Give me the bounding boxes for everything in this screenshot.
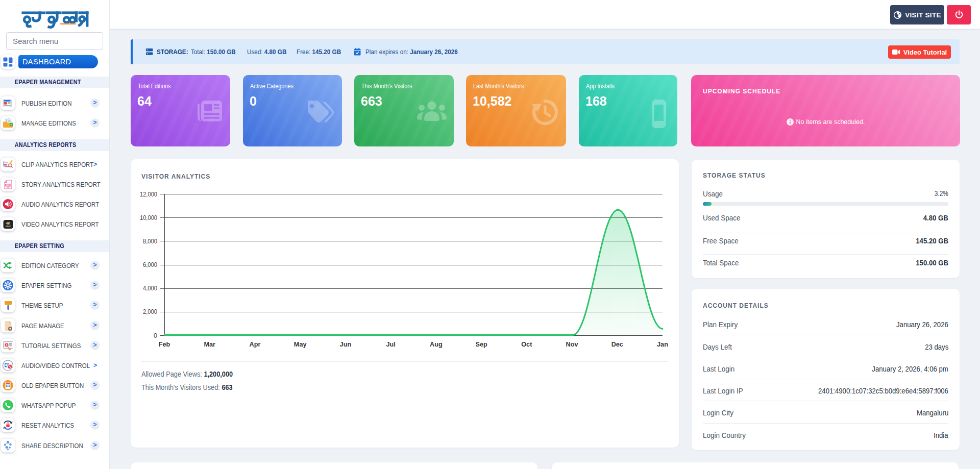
svg-text:8,000: 8,000 xyxy=(143,238,157,245)
svg-text:Jun: Jun xyxy=(340,341,352,348)
svg-text:VIDEO: VIDEO xyxy=(5,226,11,228)
svg-text:6,000: 6,000 xyxy=(143,261,157,268)
svg-text:Nov: Nov xyxy=(566,341,578,348)
svg-text:Dec: Dec xyxy=(611,341,623,348)
svg-text:May: May xyxy=(294,341,307,348)
svg-text:STORY: STORY xyxy=(5,184,11,186)
svg-text:2,000: 2,000 xyxy=(143,308,157,315)
svg-text:Apr: Apr xyxy=(250,341,261,348)
svg-text:10,000: 10,000 xyxy=(140,214,157,221)
svg-text:Oct: Oct xyxy=(521,341,532,348)
svg-text:Mar: Mar xyxy=(204,341,215,348)
svg-text:12,000: 12,000 xyxy=(140,191,157,198)
svg-text:Jan: Jan xyxy=(657,341,668,348)
svg-text:4K: 4K xyxy=(6,221,10,225)
svg-text:Aug: Aug xyxy=(430,341,443,348)
svg-text:4,000: 4,000 xyxy=(143,285,157,292)
svg-text:Sep: Sep xyxy=(475,341,487,348)
svg-text:Feb: Feb xyxy=(159,341,170,348)
svg-text:Jul: Jul xyxy=(386,341,395,348)
svg-text:0: 0 xyxy=(154,332,157,339)
